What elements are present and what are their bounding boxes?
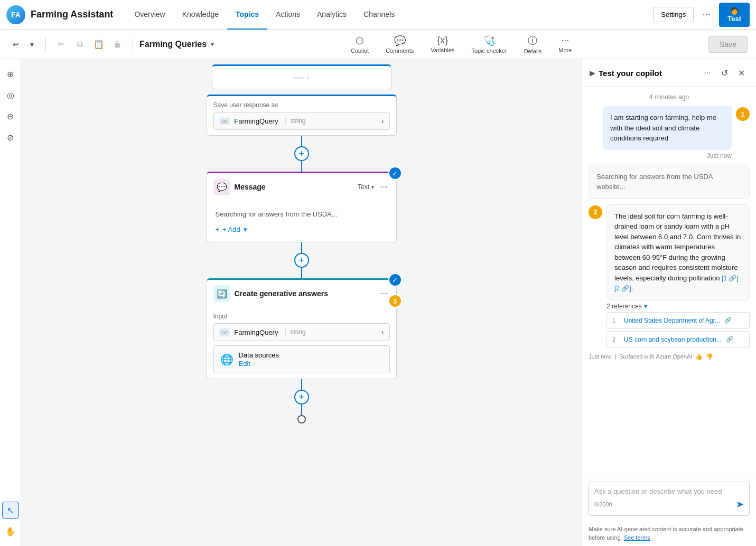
canvas[interactable]: — · Save user response as {x} FarmingQue…	[21, 59, 582, 546]
app-logo: FA Farming Assistant	[6, 5, 113, 24]
target-button[interactable]: ◎	[2, 87, 19, 103]
surface-divider: |	[614, 353, 616, 360]
generative-input-field[interactable]: {x} FarmingQuery string ›	[213, 323, 390, 341]
toolbar-more[interactable]: ··· More	[550, 35, 580, 53]
settings-button[interactable]: Settings	[653, 7, 694, 22]
connector-line-2	[301, 161, 302, 172]
undo-redo-group: ↩ ▾	[8, 37, 39, 52]
toolbar-comments[interactable]: 💬 Comments	[377, 35, 422, 54]
right-panel-header: ▶ Test your copilot ··· ↺ ✕	[582, 59, 756, 87]
disclaimer: Make sure AI-generated content is accura…	[582, 521, 756, 546]
comments-label: Comments	[386, 48, 414, 54]
topic-title: Farming Queries	[139, 40, 207, 49]
surface-label: Surfaced with Azure OpenAI	[619, 353, 692, 360]
generative-node-body: Input {x} FarmingQuery string › 🌐	[207, 307, 396, 379]
nav-item-analytics[interactable]: Analytics	[309, 0, 355, 30]
nav-item-channels[interactable]: Channels	[355, 0, 403, 30]
end-node-dot	[297, 415, 306, 423]
generative-node-icon: 🔄	[213, 285, 230, 302]
ref-count-text: 2 references	[606, 303, 642, 310]
save-button[interactable]: Save	[708, 36, 748, 53]
hand-button[interactable]: ✋	[2, 523, 19, 540]
message-node-badge[interactable]: Text ▾	[358, 183, 374, 191]
toolbar-topic-checker[interactable]: 🩺 Topic checker	[463, 35, 515, 54]
toolbar-copilot[interactable]: ⬡ Copilot	[342, 35, 377, 54]
chat-input-footer: 0/2000 ➤	[594, 498, 744, 510]
message-node-title: Message	[235, 183, 354, 191]
ref-link-item-1[interactable]: United States Department of Agr...	[624, 317, 720, 324]
partial-node-inner: — ·	[212, 66, 391, 89]
text-chevron-icon: ▾	[371, 184, 374, 190]
toolbar-variables[interactable]: {x} Variables	[422, 35, 463, 53]
connector-line-3	[301, 242, 302, 253]
dislike-button[interactable]: 👎	[706, 353, 713, 360]
save-response-field[interactable]: {x} FarmingQuery string ›	[213, 112, 390, 130]
searching-text: Searching for answers from the USDA webs…	[596, 173, 713, 191]
user-num-badge-1: 1	[736, 107, 750, 121]
generative-node-header: 🔄 Create generative answers ···	[207, 280, 396, 307]
toolbar-divider-1	[45, 38, 46, 51]
connector-plus-2[interactable]: +	[294, 253, 309, 268]
nav-item-knowledge[interactable]: Knowledge	[174, 0, 227, 30]
comments-icon: 💬	[394, 35, 406, 46]
topic-dropdown-button[interactable]: ▾	[211, 41, 214, 48]
see-terms-link[interactable]: See terms	[624, 534, 650, 541]
add-label: + Add	[222, 225, 240, 233]
panel-more-button[interactable]: ···	[700, 65, 715, 80]
nav-ellipsis-button[interactable]: ···	[698, 6, 715, 23]
message-node-more-button[interactable]: ···	[378, 180, 389, 194]
ref-link-item-2[interactable]: US corn and soybean production...	[624, 336, 722, 343]
right-panel-body: 4 minutes ago I am starting corn farming…	[582, 87, 756, 476]
like-button[interactable]: 👍	[695, 353, 703, 360]
chat-input-box[interactable]: Ask a question or describe what you need…	[589, 482, 750, 516]
gen-field-name: FarmingQuery	[234, 328, 278, 336]
avatar: FA	[6, 5, 25, 24]
gen-field-icon: {x}	[219, 328, 230, 336]
test-button[interactable]: 🧑 Test	[719, 3, 750, 27]
copy-button[interactable]: ⧉	[71, 36, 88, 53]
field-icon-fx: {x}	[219, 117, 230, 125]
collapse-icon[interactable]: ▶	[590, 69, 595, 77]
delete-button[interactable]: 🗑	[109, 36, 126, 53]
nav-item-overview[interactable]: Overview	[126, 0, 173, 30]
zoom-out-button[interactable]: ⊖	[2, 108, 19, 125]
right-panel-title: Test your copilot	[599, 69, 697, 78]
ref-count: 2 references ▾	[606, 303, 750, 310]
message-add-button[interactable]: + + Add ▾	[213, 222, 390, 237]
zoom-in-button[interactable]: ⊕	[2, 65, 19, 82]
data-sources-row: 🌐 Data sources Edit	[213, 345, 390, 373]
ref-item-2: 2 US corn and soybean production... 🔗	[606, 331, 750, 348]
ref-link-2[interactable]: [2 🔗]	[614, 285, 631, 292]
field-type: string	[285, 117, 305, 125]
generative-node-more-button[interactable]: ···	[378, 287, 389, 300]
connector-line-5	[301, 379, 302, 390]
details-label: Details	[524, 48, 542, 54]
just-now-1: Just now	[707, 152, 732, 159]
toolbar-details[interactable]: ⓘ Details	[516, 34, 550, 54]
paste-button[interactable]: 📋	[90, 36, 107, 53]
cursor-button[interactable]: ↖	[2, 502, 19, 519]
nav-item-topics[interactable]: Topics	[227, 0, 267, 30]
no-entry-button[interactable]: ⊘	[2, 129, 19, 146]
bot-message-2: The ideal soil for corn farming is well-…	[606, 204, 750, 300]
message-badge-text: Text	[358, 183, 369, 191]
generative-node-title: Create generative answers	[235, 289, 375, 298]
message-node-wrapper: 💬 Message Text ▾ ··· Searching for answe…	[207, 172, 397, 242]
ref-expand-button[interactable]: ▾	[644, 303, 647, 310]
panel-refresh-button[interactable]: ↺	[717, 65, 732, 80]
panel-close-button[interactable]: ✕	[734, 65, 749, 80]
gen-field-chevron-icon: ›	[381, 328, 384, 336]
topic-checker-icon: 🩺	[483, 35, 495, 46]
copilot-label: Copilot	[351, 48, 369, 54]
undo-button[interactable]: ↩	[8, 37, 23, 52]
send-button[interactable]: ➤	[736, 498, 744, 510]
topic-checker-label: Topic checker	[471, 48, 507, 54]
undo-dropdown-button[interactable]: ▾	[24, 37, 39, 52]
connector-plus-1[interactable]: +	[294, 146, 309, 161]
datasources-edit-button[interactable]: Edit	[239, 360, 250, 368]
connector-plus-3[interactable]: +	[294, 390, 309, 404]
ref-link-1[interactable]: [1 🔗]	[722, 275, 739, 282]
add-icon: +	[216, 225, 220, 233]
nav-item-actions[interactable]: Actions	[267, 0, 309, 30]
cut-button[interactable]: ✂	[52, 36, 69, 53]
